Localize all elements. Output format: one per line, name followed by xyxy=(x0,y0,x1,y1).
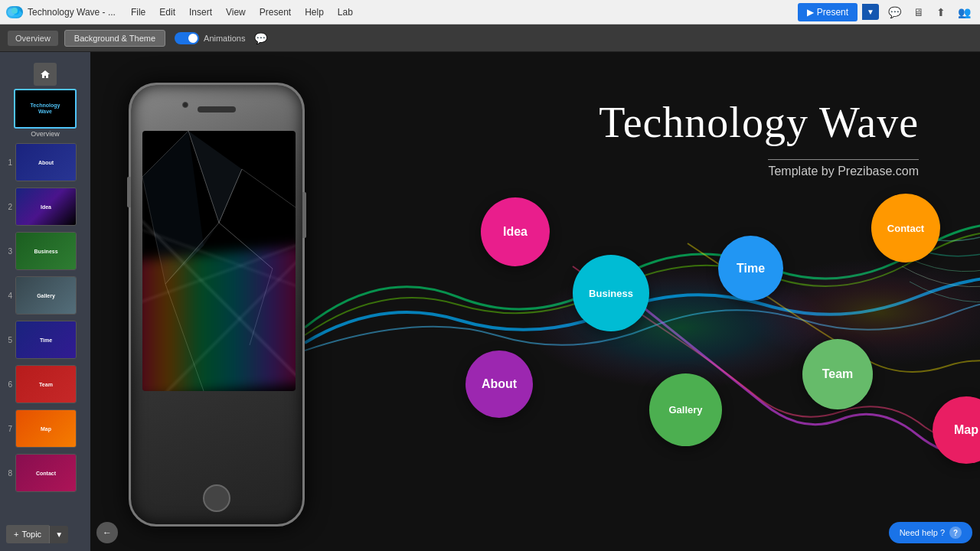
sidebar-overview-item[interactable]: TechnologyWave Overview xyxy=(0,57,90,141)
sidebar-item-about[interactable]: 1 About xyxy=(0,141,90,184)
menu-view[interactable]: View xyxy=(220,4,252,21)
animations-toggle[interactable] xyxy=(175,32,199,44)
phone-speaker xyxy=(198,106,236,112)
app-title: Technology Wave - ... xyxy=(28,7,116,18)
main-layout: TechnologyWave Overview 1 About 2 Idea xyxy=(0,52,980,551)
menu-help[interactable]: Help xyxy=(299,4,330,21)
slide-thumb-idea: Idea xyxy=(15,187,77,226)
back-button[interactable]: ← xyxy=(96,522,118,543)
waves-background xyxy=(305,129,980,527)
presentation-canvas: Technology Wave Template by Prezibase.co… xyxy=(90,52,980,551)
sidebar-item-team[interactable]: 6 Team xyxy=(0,363,90,406)
slide-number-8: 8 xyxy=(5,469,12,478)
overview-label: Overview xyxy=(31,130,60,138)
app-logo-icon xyxy=(6,6,23,18)
menu-lab[interactable]: Lab xyxy=(332,4,359,21)
slide-thumb-overview[interactable]: TechnologyWave xyxy=(14,89,77,129)
slide-number-2: 2 xyxy=(5,203,12,211)
slide-number-7: 7 xyxy=(5,425,12,433)
slide-number-3: 3 xyxy=(5,247,12,256)
thumb-label-idea: Idea xyxy=(41,204,51,210)
slide-number-1: 1 xyxy=(5,158,12,167)
sidebar-item-business[interactable]: 3 Business xyxy=(0,230,90,272)
sidebar-item-contact[interactable]: 8 Contact xyxy=(0,452,90,494)
slide-thumb-map: Map xyxy=(15,409,77,448)
help-question-icon: ? xyxy=(949,527,962,539)
plus-icon: + xyxy=(14,530,18,539)
bubble-idea[interactable]: Idea xyxy=(481,197,550,266)
bubble-time-label: Time xyxy=(737,262,765,276)
phone-side-button-right xyxy=(302,192,306,238)
sidebar-item-map[interactable]: 7 Map xyxy=(0,407,90,450)
add-topic-area: + Topic ▼ xyxy=(6,525,68,543)
play-icon: ▶ xyxy=(807,7,814,18)
thumb-label-map: Map xyxy=(41,426,51,432)
animations-label: Animations xyxy=(204,34,245,43)
slide-thumb-time: Time xyxy=(15,321,77,359)
comment-icon-btn[interactable]: 💬 xyxy=(885,5,904,20)
slide-number-5: 5 xyxy=(5,336,12,344)
need-help-label: Need help ? xyxy=(900,528,945,537)
toggle-knob xyxy=(188,34,198,43)
present-button[interactable]: ▶ Present xyxy=(798,3,858,21)
animations-toggle-area: Animations xyxy=(175,32,245,44)
toolbar: Overview Background & Theme Animations 💬 xyxy=(0,24,980,52)
toolbar-background-theme-button[interactable]: Background & Theme xyxy=(64,30,165,47)
sidebar-item-time[interactable]: 5 Time xyxy=(0,318,90,361)
share-icon-btn[interactable]: ⬆ xyxy=(933,5,949,20)
menu-insert[interactable]: Insert xyxy=(183,4,218,21)
help-icon-text: ? xyxy=(953,529,958,537)
menu-file[interactable]: File xyxy=(125,4,152,21)
sidebar: TechnologyWave Overview 1 About 2 Idea xyxy=(0,52,90,551)
menu-present[interactable]: Present xyxy=(253,4,297,21)
phone-body xyxy=(129,83,305,527)
phone-graphic xyxy=(113,83,358,551)
bubble-idea-label: Idea xyxy=(503,225,528,239)
slide-thumb-team: Team xyxy=(15,365,77,403)
home-icon-btn[interactable] xyxy=(34,63,57,86)
bubble-gallery[interactable]: Gallery xyxy=(649,373,722,446)
menu-items: File Edit Insert View Present Help Lab xyxy=(125,4,798,21)
sidebar-item-idea[interactable]: 2 Idea xyxy=(0,185,90,228)
bubble-team-label: Team xyxy=(822,367,854,381)
slide-thumb-gallery: Gallery xyxy=(15,276,77,315)
need-help-button[interactable]: Need help ? ? xyxy=(889,522,972,543)
bubble-business[interactable]: Business xyxy=(573,255,649,331)
add-topic-button[interactable]: + Topic xyxy=(6,525,49,543)
slide-number-4: 4 xyxy=(5,292,12,300)
thumb-label-about: About xyxy=(38,160,54,165)
toolbar-comment-icon[interactable]: 💬 xyxy=(254,32,267,44)
back-arrow-icon: ← xyxy=(103,527,112,538)
bubble-about-label: About xyxy=(482,377,517,391)
bubble-about[interactable]: About xyxy=(466,350,533,418)
present-dropdown-arrow[interactable]: ▼ xyxy=(862,4,879,20)
toolbar-overview-button[interactable]: Overview xyxy=(8,31,58,46)
phone-camera xyxy=(182,102,188,108)
add-topic-label: Topic xyxy=(21,530,41,539)
phone-home-button xyxy=(203,484,230,512)
svg-point-3 xyxy=(11,8,18,14)
bubble-business-label: Business xyxy=(589,288,633,299)
phone-screen xyxy=(142,131,296,391)
thumb-label-time: Time xyxy=(40,337,52,343)
sidebar-item-gallery[interactable]: 4 Gallery xyxy=(0,274,90,317)
devices-icon-btn[interactable]: 🖥 xyxy=(910,5,927,20)
thumb-label-team: Team xyxy=(39,382,53,387)
bubble-team[interactable]: Team xyxy=(802,339,873,409)
thumb-label-business: Business xyxy=(34,249,57,254)
bubble-contact[interactable]: Contact xyxy=(871,194,940,262)
app-logo-area: Technology Wave - ... xyxy=(6,6,116,18)
menu-edit[interactable]: Edit xyxy=(153,4,181,21)
bubble-map-label: Map xyxy=(954,423,978,437)
add-topic-dropdown[interactable]: ▼ xyxy=(49,526,68,543)
bubble-time[interactable]: Time xyxy=(718,236,783,301)
present-button-label: Present xyxy=(817,7,848,18)
menu-right-actions: ▶ Present ▼ 💬 🖥 ⬆ 👥 xyxy=(798,3,974,21)
thumb-label-contact: Contact xyxy=(36,471,56,476)
slide-thumb-contact: Contact xyxy=(15,454,77,492)
menu-bar: Technology Wave - ... File Edit Insert V… xyxy=(0,0,980,24)
slide-thumb-about: About xyxy=(15,143,77,181)
bubble-gallery-label: Gallery xyxy=(668,404,702,416)
slide-thumb-business: Business xyxy=(15,232,77,270)
users-icon-btn[interactable]: 👥 xyxy=(955,5,974,20)
